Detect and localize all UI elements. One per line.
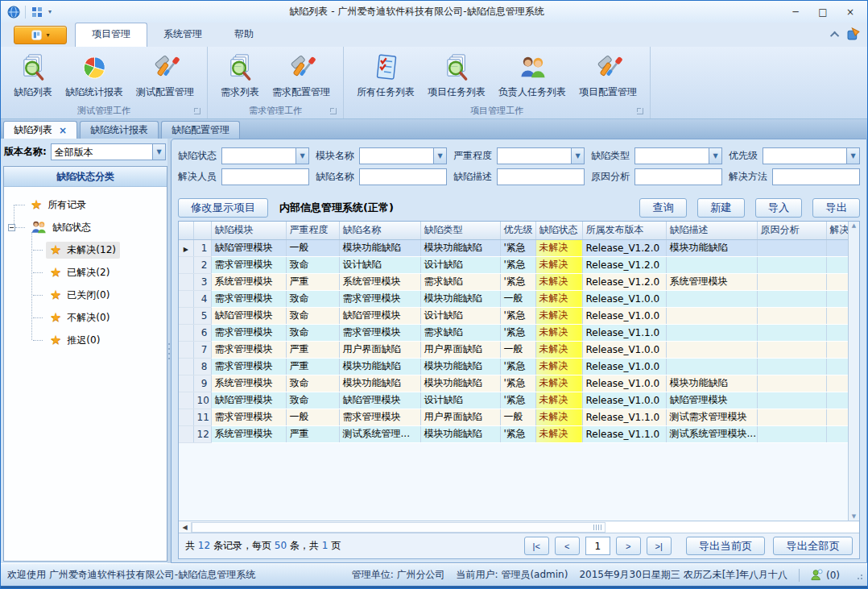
- column-header-defect-status[interactable]: 缺陷状态: [535, 222, 582, 239]
- resize-grip[interactable]: [854, 571, 862, 579]
- collapse-ribbon-icon[interactable]: [830, 31, 839, 39]
- ribbon-button-project-config[interactable]: 项目配置管理: [572, 50, 643, 102]
- doc-tab-defect-stats-report[interactable]: 缺陷统计报表: [80, 121, 159, 139]
- dialog-launcher-icon[interactable]: [637, 108, 643, 114]
- filter-input-defect-desc[interactable]: [497, 168, 585, 185]
- table-row[interactable]: 10缺陷管理模块致命缺陷管理模块设计缺陷'紧急未解决Release_V1.0.0…: [179, 392, 848, 409]
- export-current-page-button[interactable]: 导出当前页: [686, 537, 766, 555]
- filter-input-solution[interactable]: [772, 168, 860, 185]
- table-row[interactable]: 11需求管理模块一般需求管理模块用户界面缺陷一般未解决Release_V1.1.…: [179, 409, 848, 425]
- filter-select-defect-type[interactable]: ▼: [634, 147, 722, 164]
- chevron-down-icon[interactable]: ▼: [709, 148, 721, 164]
- column-header-cause-analysis[interactable]: 原因分析: [757, 222, 826, 239]
- chevron-down-icon[interactable]: ▼: [152, 144, 165, 160]
- chevron-down-icon[interactable]: ▼: [846, 148, 859, 164]
- ribbon-button-requirement-list[interactable]: 需求列表: [214, 50, 266, 102]
- tree-item-resolved[interactable]: ★已解决(2): [6, 261, 165, 284]
- filter-input-resolver[interactable]: [221, 168, 309, 185]
- filter-select-defect-status[interactable]: ▼: [221, 147, 309, 164]
- column-header-release-version[interactable]: 所属发布版本: [582, 222, 666, 239]
- tree-item-wont-resolve[interactable]: ★不解决(0): [6, 306, 165, 329]
- cell-defect-module: 需求管理模块: [211, 256, 286, 273]
- ribbon-button-defect-stats-report[interactable]: 缺陷统计报表: [59, 50, 130, 102]
- collapse-expander-icon[interactable]: [8, 224, 15, 231]
- chevron-down-icon[interactable]: ▼: [433, 148, 446, 164]
- column-header-priority[interactable]: 优先级: [500, 222, 535, 239]
- scrollbar-track[interactable]: [192, 522, 859, 533]
- dialog-launcher-icon[interactable]: [330, 108, 337, 114]
- cell-defect-name: 模块功能缺陷: [339, 375, 420, 392]
- chevron-down-icon[interactable]: ▼: [296, 148, 308, 164]
- cell-defect-desc: [666, 341, 757, 358]
- online-users-indicator[interactable]: (0): [811, 569, 840, 581]
- table-row[interactable]: 7需求管理模块严重用户界面缺陷用户界面缺陷一般未解决Release_V1.0.0: [179, 341, 848, 358]
- maximize-button[interactable]: □: [809, 3, 837, 21]
- export-all-pages-button[interactable]: 导出全部页: [773, 537, 853, 555]
- filter-select-severity[interactable]: ▼: [497, 147, 585, 164]
- first-page-button[interactable]: |<: [524, 537, 549, 555]
- ribbon-tab-project-management[interactable]: 项目管理: [75, 23, 147, 47]
- ribbon-button-project-task-list[interactable]: 项目任务列表: [421, 50, 492, 102]
- filter-field-cause-analysis: 原因分析: [591, 168, 722, 185]
- doc-tab-defect-config[interactable]: 缺陷配置管理: [161, 121, 240, 139]
- ribbon-button-defect-list[interactable]: 缺陷列表: [7, 50, 59, 102]
- column-header-defect-desc[interactable]: 缺陷描述: [666, 222, 757, 239]
- dialog-launcher-icon[interactable]: [194, 108, 200, 114]
- filter-select-priority[interactable]: ▼: [763, 147, 860, 164]
- version-select[interactable]: 全部版本 ▼: [51, 143, 166, 160]
- next-page-button[interactable]: >: [616, 537, 641, 555]
- table-row[interactable]: 3系统管理模块严重系统管理模块需求缺陷'紧急未解决Release_V1.2.0系…: [179, 273, 848, 290]
- query-button[interactable]: 查询: [639, 198, 687, 218]
- modify-display-items-button[interactable]: 修改显示项目: [178, 198, 268, 218]
- table-row[interactable]: 5缺陷管理模块致命缺陷管理模块设计缺陷'紧急未解决Release_V1.0.0: [179, 307, 848, 324]
- tree-item-closed[interactable]: ★已关闭(0): [6, 284, 165, 306]
- scrollbar-thumb[interactable]: [192, 522, 606, 533]
- tree-item-defect-status[interactable]: 缺陷状态: [6, 216, 165, 239]
- ribbon-tab-system-management[interactable]: 系统管理: [147, 23, 218, 47]
- filter-input-cause-analysis[interactable]: [634, 168, 722, 185]
- horizontal-scrollbar[interactable]: ◀: [179, 521, 859, 533]
- scroll-left-icon[interactable]: ◀: [179, 522, 192, 533]
- doc-tab-defect-list[interactable]: 缺陷列表×: [3, 121, 77, 139]
- tree-item-postponed[interactable]: ★推迟(0): [6, 329, 165, 351]
- cell-solution: [826, 409, 848, 425]
- column-header-severity[interactable]: 严重程度: [286, 222, 339, 239]
- vertical-scrollbar[interactable]: ▲ ▼: [848, 222, 859, 521]
- chevron-down-icon[interactable]: ▼: [571, 148, 584, 164]
- minimize-button[interactable]: ─: [782, 3, 809, 21]
- tree-item-all-records[interactable]: ★所有记录: [6, 193, 165, 216]
- style-selector-icon[interactable]: [847, 27, 861, 41]
- column-header-defect-module[interactable]: 缺陷模块: [211, 222, 286, 239]
- ribbon-tab-help[interactable]: 帮助: [218, 23, 270, 47]
- scroll-down-icon[interactable]: ▼: [852, 513, 856, 520]
- column-header-defect-type[interactable]: 缺陷类型: [420, 222, 500, 239]
- ribbon-button-test-config[interactable]: 测试配置管理: [130, 50, 200, 102]
- quick-access-grid-icon[interactable]: [31, 6, 43, 19]
- table-row[interactable]: 6需求管理模块致命需求管理模块需求缺陷'紧急未解决Release_V1.1.0: [179, 324, 848, 341]
- prev-page-button[interactable]: <: [555, 537, 580, 555]
- table-row[interactable]: ▶1缺陷管理模块一般模块功能缺陷模块功能缺陷'紧急未解决Release_V1.2…: [179, 239, 848, 256]
- ribbon-button-requirement-config[interactable]: 需求配置管理: [266, 50, 337, 102]
- ribbon-button-all-task-list[interactable]: 所有任务列表: [350, 50, 421, 102]
- tree-item-unresolved[interactable]: ★未解决(12): [6, 239, 165, 261]
- page-number-input[interactable]: [585, 537, 610, 555]
- table-row[interactable]: 9系统管理模块致命模块功能缺陷模块功能缺陷'紧急未解决Release_V1.0.…: [179, 375, 848, 392]
- ribbon-button-owner-task-list[interactable]: 负责人任务列表: [492, 50, 572, 102]
- table-row[interactable]: 8需求管理模块严重模块功能缺陷模块功能缺陷'紧急未解决Release_V1.0.…: [179, 358, 848, 375]
- filter-select-module-name[interactable]: ▼: [359, 147, 447, 164]
- close-icon[interactable]: ×: [59, 125, 67, 136]
- table-row[interactable]: 4需求管理模块致命需求管理模块模块功能缺陷一般未解决Release_V1.0.0: [179, 290, 848, 307]
- column-header-solution[interactable]: 解决方法: [826, 222, 848, 239]
- ribbon-group-test-management-work: 缺陷列表缺陷统计报表测试配置管理测试管理工作: [1, 47, 208, 118]
- new-button[interactable]: 新建: [697, 198, 745, 218]
- table-row[interactable]: 12系统管理模块严重测试系统管理...模块功能缺陷'紧急未解决Release_V…: [179, 425, 848, 442]
- import-button[interactable]: 导入: [755, 198, 803, 218]
- table-row[interactable]: 2需求管理模块致命设计缺陷设计缺陷'紧急未解决Release_V1.2.0: [179, 256, 848, 273]
- close-button[interactable]: ×: [837, 3, 864, 21]
- export-button[interactable]: 导出: [812, 198, 860, 218]
- column-header-defect-name[interactable]: 缺陷名称: [339, 222, 420, 239]
- last-page-button[interactable]: >|: [647, 537, 672, 555]
- application-menu-button[interactable]: ▾: [14, 26, 67, 44]
- scroll-up-icon[interactable]: ▲: [852, 222, 856, 229]
- filter-input-defect-name[interactable]: [359, 168, 447, 185]
